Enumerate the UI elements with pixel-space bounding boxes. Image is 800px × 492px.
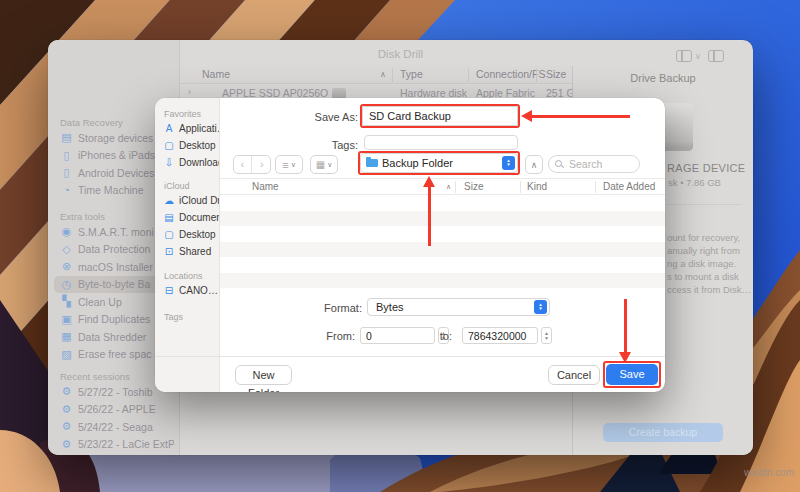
save-as-label: Save As:	[255, 111, 358, 123]
file-list-header: Name ∧ Size Kind Date Added	[220, 178, 665, 195]
from-input[interactable]	[360, 327, 435, 344]
list-row	[220, 257, 665, 273]
column-name[interactable]: Name	[202, 68, 230, 80]
annotation-arrow-up-line	[428, 186, 431, 246]
shredder-icon: ▦	[60, 330, 73, 343]
gear-icon: ⚙	[60, 420, 73, 433]
grid-view-icon: ▦	[316, 159, 325, 170]
column-kind[interactable]: Kind	[527, 181, 547, 192]
downloads-icon: ⇩	[163, 157, 175, 168]
column-divider	[468, 68, 469, 82]
desktop-icon: ▢	[163, 229, 175, 240]
erase-icon: ▨	[60, 348, 73, 361]
column-divider	[455, 181, 456, 193]
session-item[interactable]: ⚙ 5/20/22 - Generic Fl…	[48, 453, 174, 455]
to-label: to:	[432, 330, 452, 342]
section-tags: Tags	[155, 311, 219, 323]
to-stepper[interactable]: ▲▼	[541, 327, 552, 344]
format-dropdown[interactable]: Bytes ▲▼	[367, 298, 550, 316]
tags-input[interactable]	[364, 135, 518, 150]
location-annotation-box: Backup Folder ▲▼	[358, 151, 520, 175]
section-locations: Locations	[155, 270, 219, 282]
column-size[interactable]: Size	[546, 68, 566, 80]
sidebar-item-icloud-drive[interactable]: ☁ iCloud Dri…	[155, 192, 219, 209]
external-drive-icon: ⊟	[163, 285, 175, 296]
list-row	[220, 195, 665, 211]
annotation-arrow-down-line	[624, 299, 627, 353]
chevron-down-icon: ∨	[327, 161, 332, 169]
dropdown-stepper-icon: ▲▼	[502, 156, 515, 170]
panel-toggle-icon[interactable]	[708, 50, 724, 62]
sidebar-item-downloads[interactable]: ⇩ Downloads	[155, 154, 219, 171]
search-field	[548, 155, 640, 173]
sort-indicator-icon: ∧	[446, 183, 451, 191]
sidebar-item-documents[interactable]: ▤ Documents	[155, 209, 219, 226]
cancel-button[interactable]: Cancel	[548, 365, 600, 385]
save-button[interactable]: Save	[606, 364, 658, 385]
tags-label: Tags:	[275, 139, 358, 151]
nav-buttons: ‹ ›	[233, 155, 271, 174]
search-input[interactable]	[567, 157, 633, 171]
location-dropdown[interactable]: Backup Folder ▲▼	[360, 153, 518, 173]
sidebar-toggle-icon[interactable]	[676, 50, 692, 62]
save-dialog: Favorites A Applicati… ▢ Desktop ⇩ Downl…	[155, 98, 665, 392]
column-divider	[392, 68, 393, 82]
sidebar-item-canon-drive[interactable]: ⊟ CANO…	[155, 282, 219, 299]
list-row	[220, 226, 665, 242]
watermark: wsxdn.com	[744, 467, 794, 478]
format-label: Format:	[275, 302, 362, 314]
chevron-down-icon[interactable]: ∨	[695, 52, 701, 61]
icloud-icon: ☁	[163, 195, 175, 206]
macos-installer-icon: ⊗	[60, 260, 73, 273]
device-meta: sk • 7.86 GB	[668, 177, 721, 188]
format-value: Bytes	[376, 301, 534, 313]
iphone-icon: ▯	[60, 149, 73, 162]
list-view-icon: ≡	[282, 159, 288, 171]
sidebar-item-shared[interactable]: ⊡ Shared	[155, 243, 219, 260]
column-divider	[520, 181, 521, 193]
from-label: From:	[285, 330, 355, 342]
android-icon: ▯	[60, 166, 73, 179]
disclosure-icon[interactable]: ›	[188, 87, 191, 97]
new-folder-button[interactable]: New Folder	[235, 365, 292, 385]
column-size[interactable]: Size	[464, 181, 483, 192]
save-annotation-box: Save	[603, 361, 661, 388]
save-as-input[interactable]	[362, 106, 518, 126]
column-date-added[interactable]: Date Added	[603, 181, 655, 192]
create-backup-button[interactable]: Create backup	[603, 423, 723, 442]
save-as-annotation-box	[360, 104, 520, 128]
device-table-header: Name ∧ Type Connection/FS Size	[180, 66, 572, 84]
panel-divider	[667, 204, 741, 205]
column-name[interactable]: Name	[252, 181, 279, 192]
desktop-icon: ▢	[163, 140, 175, 151]
back-button[interactable]: ‹	[234, 156, 252, 173]
sidebar-item-desktop-icloud[interactable]: ▢ Desktop	[155, 226, 219, 243]
list-view-button[interactable]: ≡∨	[275, 155, 303, 174]
session-item[interactable]: ⚙ 5/23/22 - LaCie ExtP…	[48, 436, 174, 454]
screenshot-stage: Disk Drill ∨ Data Recovery ▤ Storage dev…	[0, 0, 800, 492]
list-row	[220, 242, 665, 258]
sort-indicator-icon: ∧	[380, 70, 386, 79]
forward-button[interactable]: ›	[254, 156, 271, 173]
annotation-arrow-down-head	[619, 352, 631, 363]
duplicates-icon: ▣	[60, 313, 73, 326]
shared-folder-icon: ⊡	[163, 246, 175, 257]
gear-icon: ⚙	[60, 438, 73, 451]
folder-icon	[366, 159, 378, 167]
session-item[interactable]: ⚙ 5/26/22 - APPLE	[48, 401, 174, 419]
session-item[interactable]: ⚙ 5/24/22 - Seaga	[48, 418, 174, 436]
collapse-button[interactable]: ∧	[525, 155, 543, 174]
column-type[interactable]: Type	[400, 68, 423, 80]
shield-icon: ◇	[60, 243, 73, 256]
byte-backup-icon: ◷	[60, 278, 73, 291]
list-row	[220, 211, 665, 227]
sidebar-item-applications[interactable]: A Applicati…	[155, 120, 219, 137]
panel-title: Drive Backup	[573, 72, 753, 84]
to-input[interactable]	[462, 327, 538, 344]
device-name: RAGE DEVICE	[667, 162, 746, 174]
dropdown-stepper-icon: ▲▼	[534, 300, 547, 314]
sidebar-item-desktop[interactable]: ▢ Desktop	[155, 137, 219, 154]
grid-view-button[interactable]: ▦∨	[310, 155, 338, 174]
chevron-down-icon: ∨	[291, 161, 296, 169]
applications-icon: A	[163, 123, 175, 134]
